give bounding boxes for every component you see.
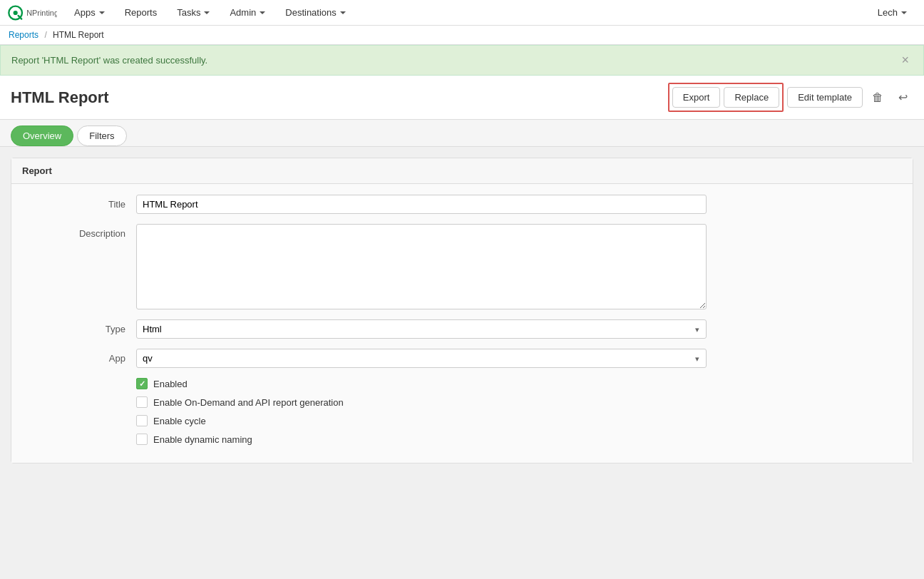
action-buttons: Export Replace Edit template 🗑 ↩ bbox=[668, 83, 913, 112]
alert-message: Report 'HTML Report' was created success… bbox=[11, 55, 207, 66]
description-row: Description bbox=[22, 224, 902, 309]
user-caret-icon bbox=[901, 11, 907, 14]
delete-button[interactable]: 🗑 bbox=[866, 87, 889, 108]
nav-apps-label: Apps bbox=[74, 7, 96, 18]
dynamic-naming-checkbox[interactable] bbox=[136, 434, 148, 445]
cycle-checkbox[interactable] bbox=[136, 415, 148, 426]
admin-caret-icon bbox=[260, 11, 265, 14]
export-button[interactable]: Export bbox=[672, 87, 721, 108]
ondemand-checkbox[interactable] bbox=[136, 396, 148, 408]
nav-destinations-label: Destinations bbox=[285, 7, 337, 18]
nav-items: Apps Reports Tasks Admin Destinations bbox=[64, 0, 868, 26]
nav-item-reports[interactable]: Reports bbox=[115, 0, 168, 26]
nav-user[interactable]: Lech bbox=[868, 0, 917, 26]
ondemand-label: Enable On-Demand and API report generati… bbox=[153, 397, 344, 408]
breadcrumb-current: HTML Report bbox=[53, 30, 104, 40]
nav-right: Lech bbox=[868, 0, 917, 26]
nav-reports-label: Reports bbox=[125, 7, 158, 18]
app-label: App bbox=[22, 349, 136, 364]
app-select[interactable]: qv bbox=[136, 349, 707, 368]
content-wrapper: Report Title Description Type Html ▾ bbox=[0, 158, 924, 463]
breadcrumb-separator: / bbox=[44, 30, 46, 40]
description-label: Description bbox=[22, 224, 136, 239]
section-title: Report bbox=[11, 158, 913, 184]
breadcrumb: Reports / HTML Report bbox=[0, 26, 924, 45]
replace-button[interactable]: Replace bbox=[724, 87, 779, 108]
svg-text:NPrinting: NPrinting bbox=[26, 8, 57, 16]
destinations-caret-icon bbox=[340, 11, 346, 14]
type-label: Type bbox=[22, 319, 136, 334]
app-select-wrapper: qv ▾ bbox=[136, 349, 707, 368]
nav-tasks-label: Tasks bbox=[177, 7, 200, 18]
report-section: Report Title Description Type Html ▾ bbox=[11, 158, 913, 463]
description-input[interactable] bbox=[136, 224, 707, 309]
page-header: HTML Report Export Replace Edit template… bbox=[0, 76, 924, 120]
user-name-label: Lech bbox=[878, 7, 898, 18]
ondemand-row: Enable On-Demand and API report generati… bbox=[136, 396, 902, 408]
alert-close-button[interactable]: × bbox=[898, 53, 913, 68]
success-alert: Report 'HTML Report' was created success… bbox=[0, 45, 924, 76]
type-row: Type Html ▾ bbox=[22, 319, 902, 339]
apps-caret-icon bbox=[99, 11, 105, 14]
nav-item-destinations[interactable]: Destinations bbox=[275, 0, 356, 26]
brand: NPrinting bbox=[7, 3, 57, 23]
type-select-wrapper: Html ▾ bbox=[136, 319, 707, 339]
cycle-row: Enable cycle bbox=[136, 415, 902, 426]
enabled-label: Enabled bbox=[153, 379, 188, 389]
enabled-checkbox[interactable] bbox=[136, 378, 148, 389]
highlight-box: Export Replace bbox=[668, 83, 784, 112]
tasks-caret-icon bbox=[204, 11, 210, 14]
title-row: Title bbox=[22, 195, 902, 214]
app-row: App qv ▾ bbox=[22, 349, 902, 368]
nav-admin-label: Admin bbox=[230, 7, 256, 18]
tab-overview[interactable]: Overview bbox=[11, 125, 73, 146]
cycle-label: Enable cycle bbox=[153, 416, 206, 426]
nav-item-apps[interactable]: Apps bbox=[64, 0, 115, 26]
qlik-logo: NPrinting bbox=[7, 3, 57, 23]
dynamic-naming-row: Enable dynamic naming bbox=[136, 434, 902, 445]
edit-template-button[interactable]: Edit template bbox=[787, 87, 863, 108]
type-select[interactable]: Html bbox=[136, 319, 707, 339]
title-label: Title bbox=[22, 195, 136, 210]
navbar: NPrinting Apps Reports Tasks Admin Desti… bbox=[0, 0, 924, 26]
tab-filters[interactable]: Filters bbox=[77, 125, 126, 146]
page-title: HTML Report bbox=[11, 88, 668, 107]
tabs: Overview Filters bbox=[0, 120, 924, 147]
nav-item-admin[interactable]: Admin bbox=[220, 0, 275, 26]
title-input[interactable] bbox=[136, 195, 707, 214]
enabled-row: Enabled bbox=[136, 378, 902, 389]
svg-point-1 bbox=[14, 10, 18, 14]
form-body: Title Description Type Html ▾ bbox=[11, 184, 913, 463]
breadcrumb-reports-link[interactable]: Reports bbox=[9, 30, 38, 40]
dynamic-naming-label: Enable dynamic naming bbox=[153, 434, 252, 445]
undo-button[interactable]: ↩ bbox=[893, 86, 913, 108]
nav-item-tasks[interactable]: Tasks bbox=[167, 0, 220, 26]
